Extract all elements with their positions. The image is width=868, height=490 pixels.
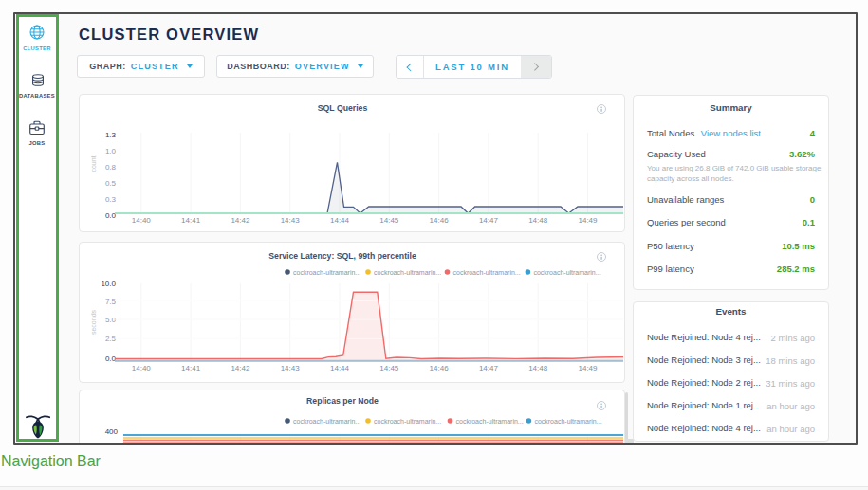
svg-text:14:44: 14:44 [330,364,350,372]
svg-text:14:43: 14:43 [281,364,301,372]
svg-text:14:40: 14:40 [132,364,152,372]
svg-text:14:41: 14:41 [181,216,201,225]
svg-text:SQL Queries: SQL Queries [318,103,368,113]
svg-text:5.0: 5.0 [105,316,117,324]
svg-text:10.0: 10.0 [101,280,116,288]
svg-text:14:46: 14:46 [430,216,450,225]
svg-text:14:47: 14:47 [479,364,499,372]
svg-text:14:42: 14:42 [231,364,250,372]
svg-text:cockroach-ultramarin...: cockroach-ultramarin... [293,418,360,425]
svg-text:seconds: seconds [90,309,97,335]
svg-text:0.3: 0.3 [105,195,117,204]
svg-text:cockroach-ultramarin...: cockroach-ultramarin... [534,418,601,425]
svg-text:cockroach-ultramarin...: cockroach-ultramarin... [533,269,600,276]
svg-text:14:45: 14:45 [379,364,399,372]
svg-text:14:46: 14:46 [430,364,450,372]
svg-text:7.5: 7.5 [105,298,117,306]
svg-text:14:49: 14:49 [578,216,598,225]
svg-text:1.0: 1.0 [105,147,117,155]
svg-text:14:43: 14:43 [281,216,301,225]
svg-text:count: count [90,155,97,172]
svg-text:14:48: 14:48 [528,364,548,372]
svg-text:14:49: 14:49 [578,364,598,372]
svg-text:0.0: 0.0 [105,354,117,363]
svg-text:14:42: 14:42 [231,216,250,225]
svg-text:cockroach-ultramarin...: cockroach-ultramarin... [374,269,441,276]
svg-text:cockroach-ultramarin...: cockroach-ultramarin... [374,418,441,425]
svg-text:14:48: 14:48 [528,216,548,225]
svg-text:2.5: 2.5 [105,335,117,343]
svg-text:cockroach-ultramarin...: cockroach-ultramarin... [453,269,521,276]
svg-text:1.3: 1.3 [105,131,117,139]
svg-text:cockroach-ultramarin...: cockroach-ultramarin... [293,269,360,276]
svg-text:0.5: 0.5 [105,179,117,188]
svg-text:Replicas per Node: Replicas per Node [306,396,379,406]
svg-text:14:45: 14:45 [379,216,399,225]
svg-text:14:47: 14:47 [479,216,499,225]
svg-text:14:40: 14:40 [132,216,152,225]
svg-text:14:41: 14:41 [181,364,201,372]
svg-text:cockroach-ultramarin...: cockroach-ultramarin... [456,418,524,425]
svg-text:Service Latency: SQL, 99th per: Service Latency: SQL, 99th percentile [268,251,416,261]
svg-text:14:44: 14:44 [330,216,350,225]
svg-text:400: 400 [105,427,119,436]
svg-text:0.0: 0.0 [105,211,117,220]
svg-text:0.8: 0.8 [105,163,117,172]
